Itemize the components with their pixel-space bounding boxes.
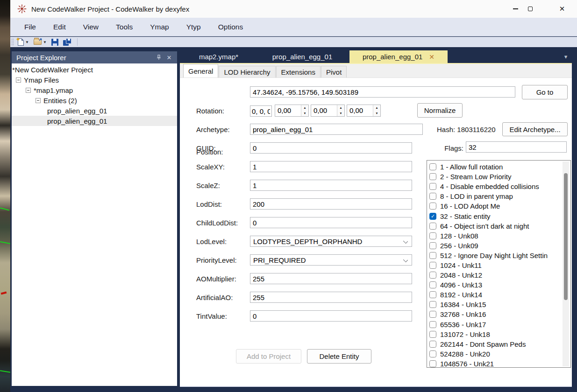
tree-item-prop-alien-egg-01[interactable]: prop_alien_egg_01: [12, 116, 177, 126]
expander-icon[interactable]: [16, 77, 21, 83]
flag-checkbox[interactable]: [429, 350, 436, 357]
childloddist-input[interactable]: [250, 217, 412, 228]
tab-list-dropdown-icon[interactable]: ▾: [560, 51, 572, 63]
flag-row-131072[interactable]: 131072 - Unk18: [429, 329, 570, 339]
flag-row-1048576[interactable]: 1048576 - Unk21: [429, 359, 570, 368]
maximize-button[interactable]: [520, 0, 541, 18]
goto-button[interactable]: Go to: [522, 85, 568, 99]
tab-close-icon[interactable]: ✕: [429, 53, 435, 61]
flag-checkbox[interactable]: [429, 242, 436, 249]
edit-archetype-button[interactable]: Edit Archetype...: [502, 122, 568, 136]
flag-checkbox[interactable]: [429, 281, 436, 288]
flag-row-1024[interactable]: 1024 - Unk11: [429, 260, 570, 270]
flag-checkbox[interactable]: [429, 291, 436, 298]
flag-row-32768[interactable]: 32768 - Unk16: [429, 309, 570, 319]
flag-row-2[interactable]: 2 - Stream Low Priority: [429, 172, 570, 182]
tree-item-prop-alien-egg-01[interactable]: prop_alien_egg_01: [12, 105, 177, 116]
flag-checkbox[interactable]: [429, 183, 436, 190]
expander-icon[interactable]: [36, 98, 41, 103]
archetype-input[interactable]: [250, 124, 423, 135]
flag-row-256[interactable]: 256 - Unk09: [429, 241, 570, 251]
flags-scrollbar[interactable]: [563, 161, 569, 366]
flag-checkbox[interactable]: [429, 311, 436, 318]
flag-checkbox[interactable]: [429, 163, 436, 170]
panel-close-icon[interactable]: ✕: [164, 52, 174, 63]
spinner-down-icon[interactable]: ▼: [337, 111, 344, 116]
flag-checkbox[interactable]: ✓: [429, 213, 436, 220]
tree-item-map1-ymap[interactable]: *map1.ymap: [12, 85, 177, 95]
scalexy-input[interactable]: [250, 161, 412, 172]
new-dropdown-icon[interactable]: ▼: [25, 40, 29, 44]
close-button[interactable]: ✕: [551, 0, 573, 18]
guid-input[interactable]: [250, 142, 412, 154]
flag-row-4096[interactable]: 4096 - Unk13: [429, 280, 570, 290]
artificialao-input[interactable]: [250, 292, 412, 303]
flag-row-512[interactable]: 512 - Ignore Day Night Light Settin: [429, 251, 570, 260]
flag-checkbox[interactable]: [429, 321, 436, 328]
pin-icon[interactable]: [154, 52, 164, 63]
spinner-up-icon[interactable]: ▲: [373, 105, 380, 111]
flag-row-65536[interactable]: 65536 - Unk17: [429, 320, 570, 329]
tree-item-ymap-files[interactable]: Ymap Files: [12, 75, 177, 85]
spinner-down-icon[interactable]: ▼: [301, 111, 308, 116]
flag-checkbox[interactable]: [429, 193, 436, 200]
doc-tab-map2-ymap[interactable]: map2.ymap*: [182, 50, 255, 63]
flag-row-1[interactable]: 1 - Allow full rotation: [429, 162, 570, 172]
spinner-up-icon[interactable]: ▲: [301, 105, 308, 111]
rotation-spinner-0[interactable]: 0,00▲▼: [275, 105, 309, 117]
flag-checkbox[interactable]: [429, 173, 436, 180]
tree-item-entities-2[interactable]: Entities (2): [12, 95, 177, 105]
aomultiplier-input[interactable]: [250, 273, 412, 284]
new-project-icon[interactable]: ✦: [18, 38, 24, 46]
doc-tab-prop-alien-egg-01[interactable]: prop_alien_egg_01✕: [349, 50, 448, 63]
rotation-spinner-1[interactable]: 0,00▲▼: [311, 105, 345, 117]
save-icon[interactable]: [51, 39, 58, 46]
tab-pivot[interactable]: Pivot: [321, 66, 347, 77]
delete-entity-button[interactable]: Delete Entity: [307, 349, 371, 364]
tab-general[interactable]: General: [183, 64, 218, 77]
flag-row-4[interactable]: 4 - Disable embedded collisions: [429, 182, 570, 191]
open-dropdown-icon[interactable]: ▼: [43, 40, 47, 44]
loddist-input[interactable]: [250, 198, 412, 210]
flag-checkbox[interactable]: [429, 232, 436, 239]
tree-item-new-codewalker-project[interactable]: *New CodeWalker Project: [12, 64, 177, 75]
rotation-spinner-2[interactable]: 0,00▲▼: [347, 105, 381, 117]
menu-view[interactable]: View: [77, 20, 105, 35]
tab-extensions[interactable]: Extensions: [276, 66, 321, 77]
lodlevel-select[interactable]: LODTYPES_DEPTH_ORPHANHD: [250, 236, 412, 247]
normalize-button[interactable]: Normalize: [417, 103, 463, 118]
flag-row-262144[interactable]: 262144 - Dont Spawn Peds: [429, 339, 570, 349]
menu-edit[interactable]: Edit: [47, 20, 72, 35]
save-all-icon[interactable]: [63, 38, 71, 46]
flag-row-16[interactable]: 16 - LOD Adopt Me: [429, 201, 570, 211]
spinner-down-icon[interactable]: ▼: [373, 111, 380, 116]
flag-row-32[interactable]: ✓32 - Static entity: [429, 211, 570, 221]
prioritylevel-select[interactable]: PRI_REQUIRED: [250, 254, 412, 266]
flag-row-64[interactable]: 64 - Object isn't dark at night: [429, 221, 570, 231]
open-project-icon[interactable]: ➜: [34, 39, 42, 45]
flag-checkbox[interactable]: [429, 341, 436, 348]
scalez-input[interactable]: [250, 180, 412, 191]
flag-row-524288[interactable]: 524288 - Unk20: [429, 349, 570, 359]
spinner-up-icon[interactable]: ▲: [337, 105, 344, 111]
expander-icon[interactable]: [26, 88, 31, 93]
flag-checkbox[interactable]: [429, 203, 436, 210]
tintvalue-input[interactable]: [250, 310, 412, 322]
flag-row-8192[interactable]: 8192 - Unk14: [429, 290, 570, 300]
menu-file[interactable]: File: [18, 20, 43, 35]
scrollbar-thumb[interactable]: [564, 173, 568, 300]
flag-checkbox[interactable]: [429, 331, 436, 338]
menu-options[interactable]: Options: [212, 20, 249, 35]
flags-input[interactable]: [466, 141, 567, 153]
menu-ytyp[interactable]: Ytyp: [180, 20, 207, 35]
add-to-project-button[interactable]: Add to Project: [236, 349, 301, 364]
flag-checkbox[interactable]: [429, 252, 436, 259]
flag-checkbox[interactable]: [429, 262, 436, 269]
flag-checkbox[interactable]: [429, 223, 436, 230]
position-input[interactable]: [250, 86, 515, 98]
flag-checkbox[interactable]: [429, 301, 436, 308]
flag-checkbox[interactable]: [429, 360, 436, 367]
menu-tools[interactable]: Tools: [109, 20, 139, 35]
flag-row-2048[interactable]: 2048 - Unk12: [429, 270, 570, 280]
doc-tab-prop-alien-egg-01[interactable]: prop_alien_egg_01: [255, 50, 349, 63]
